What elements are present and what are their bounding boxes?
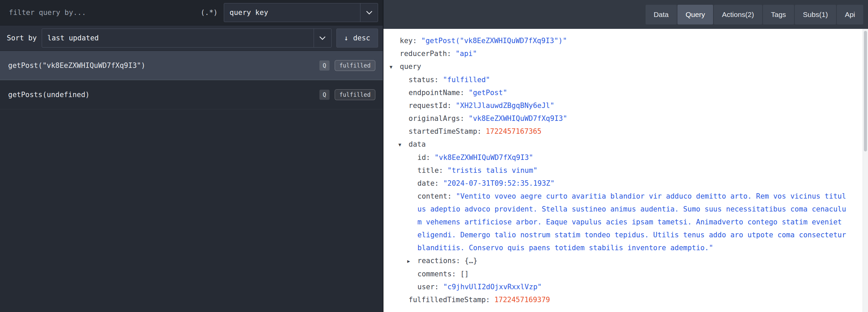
triangle-down-icon[interactable]: ▼	[398, 138, 409, 151]
tree-key: status:	[409, 76, 439, 84]
sort-bar: Sort by last updated ↓ desc	[0, 25, 383, 51]
tree-value-number: 1722457167365	[486, 127, 541, 135]
tree-value-string: "vk8EeZXWHIQuWD7fXq9I3"	[435, 153, 533, 162]
tree-node-user: user: "c9jhvUlI2dOjxvRxxlVzp"	[383, 280, 848, 293]
regex-toggle-button[interactable]: (.*)	[200, 8, 218, 17]
query-filter-input[interactable]	[5, 8, 196, 17]
tree-key: comments:	[417, 270, 456, 278]
tree-value-string: "getPost"	[469, 89, 507, 97]
tree-node-reactions[interactable]: ▶reactions: {…}	[383, 254, 848, 268]
json-tree: key: "getPost("vk8EeZXWHIQuWD7fXq9I3")"r…	[383, 29, 868, 312]
filter-bar: (.*) query key	[0, 0, 383, 25]
tree-key: date:	[417, 179, 439, 187]
tree-value-string: "vk8EeZXWHIQuWD7fXq9I3"	[469, 114, 567, 123]
query-status-badge: fulfilled	[335, 60, 375, 71]
chevron-down-icon	[314, 29, 331, 47]
tree-key: originalArgs:	[409, 114, 464, 123]
tree-node-endpointName: endpointName: "getPost"	[383, 86, 848, 99]
tab-subs-1-[interactable]: Subs(1)	[795, 5, 836, 24]
tree-node-data[interactable]: ▼data	[383, 138, 848, 151]
tree-value-string: "getPost("vk8EeZXWHIQuWD7fXq9I3")"	[421, 37, 567, 45]
query-list-item[interactable]: getPost("vk8EeZXWHIQuWD7fXq9I3")Qfulfill…	[0, 51, 383, 80]
tree-node-id: id: "vk8EeZXWHIQuWD7fXq9I3"	[383, 151, 848, 164]
tree-value-array: []	[460, 270, 469, 278]
tree-node-date: date: "2024-07-31T09:52:35.193Z"	[383, 177, 848, 190]
query-type-badge: Q	[319, 90, 330, 100]
query-sidebar: (.*) query key Sort by last updated ↓ de…	[0, 0, 383, 312]
tree-value-string: "Ventito voveo aegre curto avaritia blan…	[417, 192, 846, 252]
tab-actions-2-[interactable]: Actions(2)	[714, 5, 762, 24]
tree-key: user:	[417, 283, 439, 291]
tree-value-string: "XH2lJlauwdZBgqBNy6eJl"	[456, 102, 554, 110]
tree-key: fulfilledTimeStamp:	[409, 296, 490, 304]
tree-node-requestId: requestId: "XH2lJlauwdZBgqBNy6eJl"	[383, 99, 848, 112]
badge-group: Qfulfilled	[319, 60, 375, 71]
sort-order-button[interactable]: ↓ desc	[336, 29, 378, 48]
tab-api[interactable]: Api	[837, 5, 863, 24]
tab-data[interactable]: Data	[646, 5, 677, 24]
rtk-query-devtools: (.*) query key Sort by last updated ↓ de…	[0, 0, 868, 312]
tree-key: reactions:	[417, 257, 460, 265]
query-list-item[interactable]: getPosts(undefined)Qfulfilled	[0, 80, 383, 109]
tree-key: title:	[417, 166, 443, 175]
tab-tags[interactable]: Tags	[763, 5, 794, 24]
tree-value-string: "2024-07-31T09:52:35.193Z"	[443, 179, 555, 187]
tree-key: content:	[417, 192, 452, 200]
chevron-down-icon	[360, 3, 378, 22]
tree-value-string: "c9jhvUlI2dOjxvRxxlVzp"	[443, 283, 542, 291]
tab-query[interactable]: Query	[677, 5, 713, 24]
sort-by-selected-value: last updated	[42, 29, 314, 47]
tree-node-originalArgs: originalArgs: "vk8EeZXWHIQuWD7fXq9I3"	[383, 112, 848, 125]
tree-node-content: content: "Ventito voveo aegre curto avar…	[383, 190, 848, 254]
filter-by-selected-value: query key	[224, 3, 360, 22]
tree-node-startedTimeStamp: startedTimeStamp: 1722457167365	[383, 125, 848, 138]
badge-group: Qfulfilled	[319, 89, 375, 100]
query-list: getPost("vk8EeZXWHIQuWD7fXq9I3")Qfulfill…	[0, 51, 383, 312]
tree-node-key: key: "getPost("vk8EeZXWHIQuWD7fXq9I3")"	[383, 34, 848, 47]
inspector-panel: DataQueryActions(2)TagsSubs(1)Api key: "…	[383, 0, 868, 312]
tree-key: endpointName:	[409, 89, 464, 97]
vertical-scrollbar[interactable]	[863, 29, 868, 312]
tree-key: id:	[417, 153, 430, 162]
scrollbar-thumb[interactable]	[864, 31, 867, 151]
arrow-down-icon: ↓	[344, 34, 349, 42]
tree-value-number: 1722457169379	[494, 296, 550, 304]
triangle-down-icon[interactable]: ▼	[390, 60, 400, 73]
tree-node-reducerPath: reducerPath: "api"	[383, 47, 848, 60]
sort-by-select[interactable]: last updated	[42, 29, 332, 48]
tree-key: startedTimeStamp:	[409, 127, 481, 135]
tree-key: query	[400, 62, 421, 71]
tree-node-query[interactable]: ▼query	[383, 60, 848, 73]
query-key-label: getPosts(undefined)	[8, 91, 319, 99]
tree-key: key:	[400, 37, 417, 45]
sort-order-label: desc	[353, 34, 370, 42]
tree-node-status: status: "fulfilled"	[383, 73, 848, 86]
triangle-right-icon[interactable]: ▶	[407, 255, 417, 268]
tree-key: requestId:	[409, 102, 451, 110]
tree-key: reducerPath:	[400, 50, 451, 58]
tree-value-string: "api"	[455, 50, 477, 58]
filter-by-select[interactable]: query key	[224, 3, 378, 22]
tree-value-string: "tristis talis vinum"	[448, 166, 538, 175]
tree-node-title: title: "tristis talis vinum"	[383, 164, 848, 177]
tree-value-string: "fulfilled"	[443, 76, 490, 84]
query-status-badge: fulfilled	[335, 89, 375, 100]
query-type-badge: Q	[319, 60, 330, 71]
sort-by-label: Sort by	[5, 34, 37, 42]
query-key-label: getPost("vk8EeZXWHIQuWD7fXq9I3")	[8, 61, 319, 70]
tab-bar: DataQueryActions(2)TagsSubs(1)Api	[383, 0, 868, 29]
tree-key: data	[409, 140, 426, 148]
tree-node-comments: comments: []	[383, 268, 848, 280]
tree-node-fulfilledTimeStamp: fulfilledTimeStamp: 1722457169379	[383, 293, 848, 306]
tree-value-object: {…}	[465, 257, 477, 265]
